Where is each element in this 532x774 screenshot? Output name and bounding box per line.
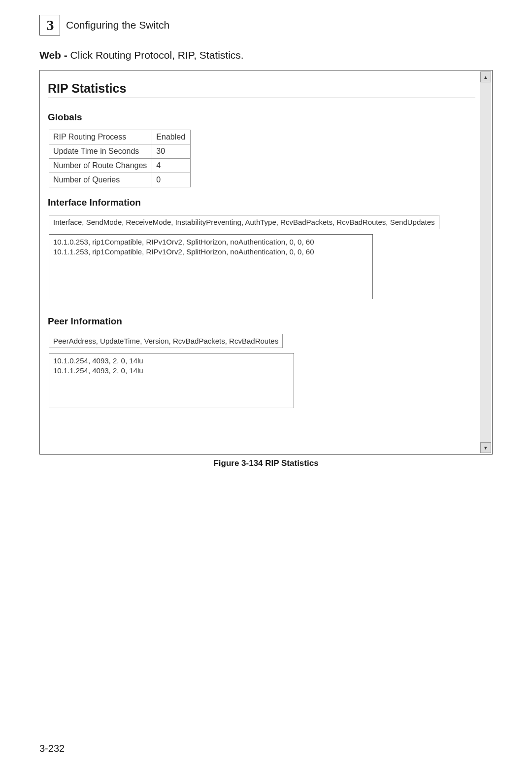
globals-label: Update Time in Seconds (49, 144, 152, 159)
screenshot-panel: RIP Statistics Globals RIP Routing Proce… (39, 70, 493, 455)
list-item[interactable]: 10.1.0.253, rip1Compatible, RIPv1Orv2, S… (53, 237, 368, 247)
chapter-header: 3 Configuring the Switch (39, 15, 493, 35)
scroll-up-button[interactable]: ▴ (480, 71, 491, 82)
globals-label: RIP Routing Process (49, 130, 152, 144)
globals-label: Number of Queries (49, 173, 152, 187)
list-item[interactable]: 10.1.1.253, rip1Compatible, RIPv1Orv2, S… (53, 247, 368, 257)
vertical-scrollbar[interactable]: ▴ ▾ (480, 71, 491, 453)
chapter-number-badge: 3 (39, 15, 60, 35)
table-row: Number of Queries 0 (49, 173, 191, 187)
peer-listbox[interactable]: 10.1.0.254, 4093, 2, 0, 14lu 10.1.1.254,… (49, 353, 294, 408)
iface-listbox[interactable]: 10.1.0.253, rip1Compatible, RIPv1Orv2, S… (49, 234, 373, 299)
list-item[interactable]: 10.1.1.254, 4093, 2, 0, 14lu (53, 366, 290, 376)
chevron-down-icon: ▾ (484, 445, 487, 451)
intro-line: Web - Click Routing Protocol, RIP, Stati… (39, 49, 493, 61)
globals-label: Number of Route Changes (49, 159, 152, 173)
iface-heading: Interface Information (48, 197, 475, 208)
table-row: Number of Route Changes 4 (49, 159, 191, 173)
table-row: RIP Routing Process Enabled (49, 130, 191, 144)
globals-table: RIP Routing Process Enabled Update Time … (49, 130, 191, 187)
globals-heading: Globals (48, 112, 475, 123)
globals-value: 4 (152, 159, 191, 173)
globals-value: Enabled (152, 130, 191, 144)
chapter-number: 3 (47, 17, 53, 34)
peer-heading: Peer Information (48, 316, 475, 327)
intro-suffix: Click Routing Protocol, RIP, Statistics. (67, 49, 244, 61)
figure-caption: Figure 3-134 RIP Statistics (39, 458, 493, 468)
peer-columns-header: PeerAddress, UpdateTime, Version, RcvBad… (49, 334, 283, 348)
scroll-down-button[interactable]: ▾ (480, 442, 491, 453)
screenshot-content: RIP Statistics Globals RIP Routing Proce… (41, 71, 479, 453)
table-row: Update Time in Seconds 30 (49, 144, 191, 159)
iface-columns-header: Interface, SendMode, ReceiveMode, Instab… (49, 215, 439, 229)
list-item[interactable]: 10.1.0.254, 4093, 2, 0, 14lu (53, 356, 290, 366)
title-rule (48, 98, 475, 98)
globals-value: 30 (152, 144, 191, 159)
chevron-up-icon: ▴ (484, 74, 487, 80)
intro-prefix: Web - (39, 49, 67, 61)
globals-value: 0 (152, 173, 191, 187)
chapter-title: Configuring the Switch (66, 19, 169, 31)
page-number: 3-232 (39, 743, 65, 754)
page-title: RIP Statistics (48, 81, 475, 96)
